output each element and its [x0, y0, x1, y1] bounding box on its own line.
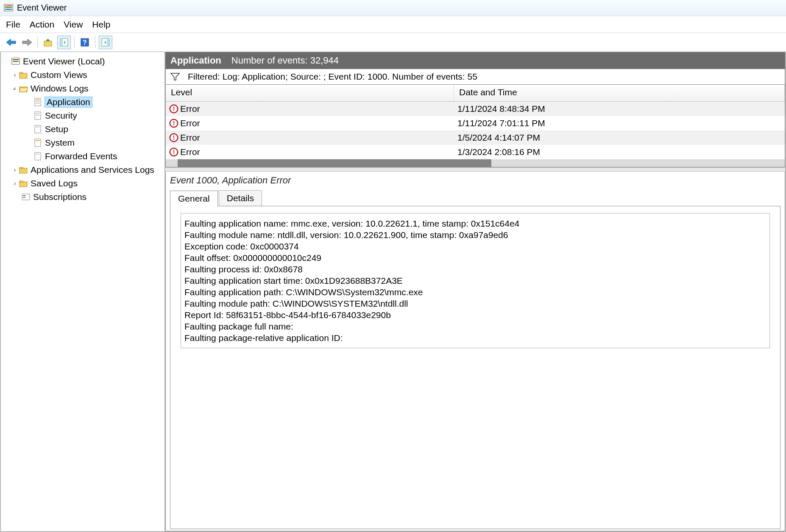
table-row[interactable]: !Error1/3/2024 2:08:16 PM [166, 145, 785, 159]
detail-line: Fault offset: 0x000000000010c249 [184, 252, 766, 263]
tree-label: Applications and Services Logs [31, 165, 154, 175]
error-icon: ! [169, 104, 178, 114]
table-row[interactable]: !Error1/5/2024 4:14:07 PM [166, 130, 785, 145]
menu-action[interactable]: Action [30, 19, 54, 30]
tab-panel: Faulting application name: mmc.exe, vers… [170, 206, 780, 529]
detail-line: Faulting application path: C:\WINDOWS\Sy… [184, 286, 766, 298]
menubar: File Action View Help [0, 16, 786, 33]
window-title: Event Viewer [17, 3, 67, 13]
cell-date: 1/11/2024 7:01:11 PM [454, 118, 545, 128]
svg-marker-7 [46, 39, 50, 41]
log-icon [33, 97, 42, 107]
tree-apps-services[interactable]: › Applications and Services Logs [3, 163, 163, 177]
folder-open-icon [19, 84, 28, 93]
svg-text:!: ! [173, 149, 175, 155]
content-count: Number of events: 32,944 [231, 55, 339, 66]
svg-rect-32 [35, 139, 41, 147]
splitter[interactable] [165, 167, 785, 172]
help-icon: ? [80, 38, 89, 47]
tree-windows-logs[interactable]: › Windows Logs [3, 82, 163, 95]
svg-rect-9 [60, 39, 63, 46]
expander-icon[interactable]: › [12, 71, 18, 79]
help-button[interactable]: ? [78, 36, 92, 49]
properties-button[interactable] [57, 36, 71, 49]
up-button[interactable] [41, 36, 55, 49]
toolbar: ? [0, 33, 786, 52]
col-date[interactable]: Date and Time [454, 85, 785, 101]
tree-label: Forwarded Events [45, 151, 117, 161]
tree-label: Windows Logs [31, 83, 89, 94]
tree-label: Application [45, 97, 92, 107]
tree-root[interactable]: Event Viewer (Local) [3, 55, 163, 68]
detail-line: Exception code: 0xc0000374 [184, 241, 766, 252]
svg-rect-36 [20, 168, 27, 173]
svg-text:?: ? [83, 39, 87, 46]
tree-label: Event Viewer (Local) [23, 56, 105, 66]
tree-label: System [45, 138, 75, 148]
error-icon: ! [169, 133, 178, 142]
detail-body: Faulting application name: mmc.exe, vers… [181, 213, 770, 348]
tree-application[interactable]: Application [3, 95, 163, 109]
detail-line: Faulting package full name: [184, 321, 766, 332]
menu-view[interactable]: View [64, 19, 83, 30]
tree-subscriptions[interactable]: Subscriptions [3, 190, 163, 204]
svg-rect-42 [23, 197, 25, 198]
svg-rect-2 [5, 7, 12, 8]
tree-label: Setup [45, 124, 68, 134]
tree-forwarded[interactable]: Forwarded Events [3, 150, 163, 163]
svg-rect-14 [107, 39, 109, 46]
svg-rect-3 [5, 9, 12, 10]
tab-general[interactable]: General [170, 191, 218, 206]
event-grid: Level Date and Time !Error1/11/2024 8:48… [165, 85, 785, 167]
table-row[interactable]: !Error1/11/2024 7:01:11 PM [166, 116, 785, 130]
tree-setup[interactable]: Setup [3, 122, 163, 136]
tree-custom-views[interactable]: › Custom Views [3, 68, 163, 82]
cell-date: 1/5/2024 4:14:07 PM [454, 133, 540, 143]
svg-rect-39 [20, 181, 23, 182]
detail-line: Faulting application name: mmc.exe, vers… [184, 218, 766, 229]
error-icon: ! [169, 119, 178, 128]
col-level[interactable]: Level [166, 85, 454, 101]
tree-label: Subscriptions [33, 192, 86, 202]
tree-pane[interactable]: Event Viewer (Local) › Custom Views › Wi… [0, 52, 165, 532]
expander-icon[interactable]: › [12, 166, 18, 174]
svg-rect-34 [35, 152, 41, 160]
log-icon [33, 125, 42, 134]
svg-rect-28 [36, 113, 40, 114]
expander-open-icon[interactable]: › [10, 84, 20, 94]
expander-icon[interactable]: › [12, 180, 18, 187]
tab-details[interactable]: Details [219, 190, 262, 206]
svg-marker-43 [171, 73, 179, 80]
svg-rect-26 [36, 103, 40, 104]
menu-help[interactable]: Help [92, 19, 110, 30]
svg-rect-25 [36, 101, 40, 102]
svg-rect-33 [36, 140, 40, 141]
action-pane-button[interactable] [99, 36, 112, 49]
svg-marker-5 [22, 39, 32, 46]
tree-system[interactable]: System [3, 136, 163, 150]
cell-level: Error [180, 104, 200, 114]
tree-security[interactable]: Security [3, 109, 163, 122]
log-icon [33, 111, 42, 120]
forward-button[interactable] [20, 36, 34, 49]
svg-rect-30 [35, 125, 41, 133]
menu-file[interactable]: File [6, 19, 20, 30]
folder-icon [19, 179, 28, 188]
detail-title: Event 1000, Application Error [170, 173, 780, 190]
content-title: Application [170, 55, 221, 66]
filter-text: Filtered: Log: Application; Source: ; Ev… [188, 72, 477, 82]
svg-rect-35 [36, 154, 40, 155]
cell-date: 1/11/2024 8:48:34 PM [454, 104, 545, 114]
horizontal-scrollbar[interactable] [166, 159, 785, 167]
back-button[interactable] [4, 36, 18, 49]
cell-level: Error [180, 147, 200, 157]
tree-label: Security [45, 111, 77, 121]
svg-rect-24 [36, 100, 40, 100]
tree-saved-logs[interactable]: › Saved Logs [3, 177, 163, 190]
detail-line: Faulting package-relative application ID… [184, 332, 766, 344]
cell-level: Error [180, 118, 200, 128]
log-icon [33, 152, 42, 161]
event-viewer-icon [11, 57, 20, 66]
table-row[interactable]: !Error1/11/2024 8:48:34 PM [166, 102, 785, 116]
svg-rect-6 [44, 41, 52, 46]
